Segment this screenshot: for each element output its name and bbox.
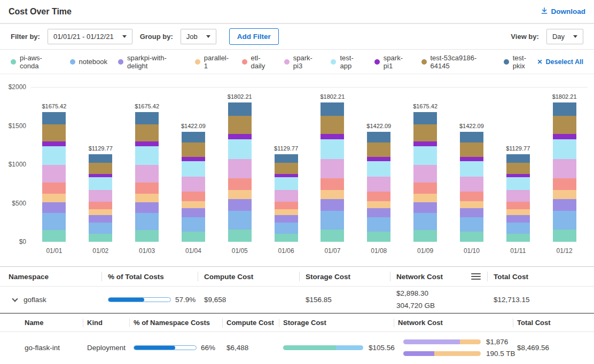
bar-segment-parallel-1[interactable] [367,201,390,209]
subcol-header-pct-namespace[interactable]: % of Namespace Costs [134,314,226,331]
stacked-bar-01/04[interactable] [182,132,205,242]
subcol-header-kind[interactable]: Kind [87,314,134,331]
stacked-bar-01/09[interactable] [413,112,437,242]
bar-segment-test-pkix[interactable] [367,132,390,143]
bar-segment-parallel-1[interactable] [135,194,159,202]
legend-item-parallel-1[interactable]: parallel-1 [195,54,231,70]
bar-segment-test-53ca9186-64145[interactable] [275,163,298,174]
bar-segment-spark-pi3[interactable] [228,159,252,178]
bar-segment-test-app[interactable] [135,146,159,165]
bar-segment-test-53ca9186-64145[interactable] [413,124,437,141]
legend-item-sparkpi-with-delight[interactable]: sparkpi-with-delight [118,54,184,70]
bar-segment-sparkpi-with-delight[interactable] [275,215,298,223]
subcol-header-name[interactable]: Name [16,314,87,331]
bar-segment-spark-pi3[interactable] [182,177,205,192]
bar-segment-test-app[interactable] [413,146,437,165]
bar-segment-spark-pi3[interactable] [413,165,437,183]
bar-segment-test-app[interactable] [553,139,576,159]
bar-segment-test-pkix[interactable] [42,112,66,124]
bar-segment-test-pkix[interactable] [553,102,576,116]
col-header-pct-total[interactable]: % of Total Costs [101,267,198,286]
bar-segment-etl-daily[interactable] [553,178,576,190]
legend-item-spark-pi1[interactable]: spark-pi1 [374,54,411,70]
bar-segment-sparkpi-with-delight[interactable] [182,208,205,217]
bar-segment-test-pkix[interactable] [275,154,298,163]
bar-segment-test-53ca9186-64145[interactable] [553,116,576,134]
bar-segment-spark-pi1[interactable] [135,141,159,146]
bar-segment-test-pkix[interactable] [413,112,437,124]
download-button[interactable]: Download [541,7,586,16]
bar-segment-spark-pi3[interactable] [135,165,159,183]
bar-segment-test-pkix[interactable] [89,154,112,163]
bar-segment-test-pkix[interactable] [506,154,530,163]
bar-segment-sparkpi-with-delight[interactable] [321,199,344,211]
date-range-dropdown[interactable]: 01/01/21 - 01/12/21 [48,29,132,44]
bar-segment-test-app[interactable] [275,177,298,189]
legend-item-pi-aws-conda[interactable]: pi-aws-conda [11,54,59,70]
bar-segment-pi-aws-conda[interactable] [135,230,159,242]
bar-segment-etl-daily[interactable] [460,192,483,201]
bar-segment-pi-aws-conda[interactable] [321,230,344,242]
bar-segment-spark-pi3[interactable] [367,177,390,192]
stacked-bar-01/07[interactable] [321,102,344,242]
bar-segment-parallel-1[interactable] [228,190,252,199]
bar-segment-notebook[interactable] [553,211,576,229]
bar-segment-notebook[interactable] [182,217,205,232]
legend-item-spark-pi3[interactable]: spark-pi3 [284,54,321,70]
bar-segment-etl-daily[interactable] [321,178,344,190]
bar-segment-test-app[interactable] [460,161,483,177]
legend-item-notebook[interactable]: notebook [70,58,108,66]
col-header-total[interactable]: Total Cost [487,267,594,286]
bar-segment-spark-pi3[interactable] [553,159,576,178]
bar-segment-parallel-1[interactable] [182,201,205,209]
subcol-header-compute[interactable]: Compute Cost [226,314,283,331]
bar-segment-spark-pi3[interactable] [89,190,112,202]
stacked-bar-01/12[interactable] [553,102,576,242]
bar-segment-sparkpi-with-delight[interactable] [367,208,390,217]
bar-segment-parallel-1[interactable] [553,190,576,199]
namespace-expander[interactable]: goflask [0,296,101,304]
bar-segment-spark-pi1[interactable] [182,157,205,161]
legend-item-test-app[interactable]: test-app [331,54,363,70]
bar-segment-pi-aws-conda[interactable] [506,234,530,242]
bar-segment-etl-daily[interactable] [228,178,252,190]
bar-segment-pi-aws-conda[interactable] [228,230,252,242]
bar-segment-test-app[interactable] [228,139,252,159]
stacked-bar-01/03[interactable] [135,112,159,242]
bar-segment-sparkpi-with-delight[interactable] [460,208,483,217]
bar-segment-test-pkix[interactable] [460,132,483,143]
col-header-network[interactable]: Network Cost [390,267,487,286]
bar-segment-pi-aws-conda[interactable] [42,230,66,242]
bar-segment-test-pkix[interactable] [321,102,344,116]
bar-segment-test-app[interactable] [182,161,205,177]
bar-segment-etl-daily[interactable] [182,192,205,201]
subcol-header-network[interactable]: Network Cost [398,314,517,331]
bar-segment-spark-pi3[interactable] [506,190,530,202]
legend-item-etl-daily[interactable]: etl-daily [242,54,273,70]
bar-segment-parallel-1[interactable] [506,209,530,215]
stacked-bar-01/08[interactable] [367,132,390,242]
bar-segment-notebook[interactable] [135,213,159,230]
bar-segment-test-app[interactable] [367,161,390,177]
bar-segment-test-53ca9186-64145[interactable] [42,124,66,141]
bar-segment-spark-pi3[interactable] [321,159,344,178]
bar-segment-test-pkix[interactable] [182,132,205,143]
bar-segment-pi-aws-conda[interactable] [413,230,437,242]
col-header-storage[interactable]: Storage Cost [299,267,390,286]
bar-segment-notebook[interactable] [275,223,298,234]
stacked-bar-01/06[interactable] [275,154,298,242]
bar-segment-notebook[interactable] [413,213,437,230]
bar-segment-test-53ca9186-64145[interactable] [367,143,390,157]
stacked-bar-01/05[interactable] [228,102,252,242]
bar-segment-etl-daily[interactable] [275,202,298,209]
stacked-bar-01/01[interactable] [42,112,66,242]
bar-segment-test-53ca9186-64145[interactable] [506,163,530,174]
bar-segment-notebook[interactable] [228,211,252,229]
bar-segment-notebook[interactable] [321,211,344,229]
stacked-bar-01/02[interactable] [89,154,112,242]
bar-segment-notebook[interactable] [460,217,483,232]
bar-segment-spark-pi1[interactable] [228,134,252,139]
bar-segment-spark-pi3[interactable] [275,190,298,202]
bar-segment-etl-daily[interactable] [89,202,112,209]
bar-segment-parallel-1[interactable] [42,194,66,202]
